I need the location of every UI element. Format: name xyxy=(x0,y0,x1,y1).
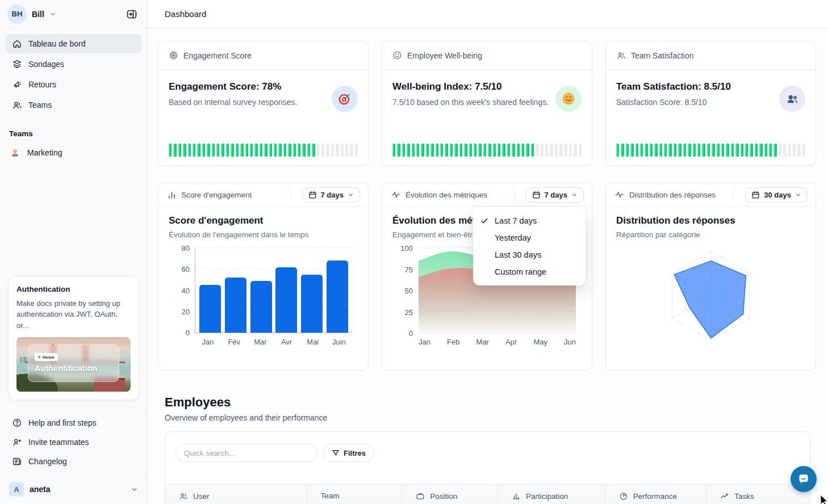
x-axis-tick: Jan xyxy=(195,338,221,346)
sidebar-item-changelog[interactable]: Changelog xyxy=(6,452,141,471)
progress-segment xyxy=(440,144,443,157)
workspace-switcher[interactable]: A aneta xyxy=(0,475,147,504)
megaphone-icon xyxy=(11,79,22,90)
y-axis-tick: 40 xyxy=(182,286,190,295)
progress-segment xyxy=(331,144,334,157)
y-axis-tick: 20 xyxy=(182,307,190,316)
sidebar-item-invite[interactable]: Invite teammates xyxy=(6,432,141,452)
mouse-cursor xyxy=(820,494,828,504)
progress-segment xyxy=(288,144,291,157)
progress-segment xyxy=(555,144,558,157)
progress-bar xyxy=(392,144,582,157)
progress-segment xyxy=(683,144,686,157)
progress-segment xyxy=(783,144,786,157)
sidebar-item-dashboard[interactable]: Tableau de bord xyxy=(6,34,141,53)
teams-section-label: Teams xyxy=(0,120,147,142)
progress-bar xyxy=(169,144,358,157)
progress-segment xyxy=(254,144,257,157)
stat-card-header-label: Employee Well-being xyxy=(407,51,482,60)
chat-launcher-button[interactable] xyxy=(791,466,817,492)
progress-segment xyxy=(412,144,415,157)
x-axis-tick: Jun xyxy=(564,338,576,346)
range-dropdown-menu: Last 7 days Yesterday Last 30 days Custo… xyxy=(473,207,586,285)
workspace-name: aneta xyxy=(30,485,51,494)
stat-card-engagement: Engagement Score Engagement Score: 78% B… xyxy=(158,41,369,166)
progress-segment xyxy=(697,144,700,157)
target-dart-emoji xyxy=(332,86,358,112)
table-header-row: User Team Position xyxy=(165,484,810,504)
employees-card: Filtres User Team xyxy=(165,431,810,504)
collapse-sidebar-button[interactable] xyxy=(124,6,140,22)
sidebar-item-marketing[interactable]: Marketing xyxy=(0,142,147,163)
progress-segment xyxy=(302,144,305,157)
range-selector-button[interactable]: 30 days xyxy=(745,187,808,203)
divider xyxy=(290,188,291,201)
employees-subtitle: Overview of employees and their performa… xyxy=(165,413,327,422)
column-header-user[interactable]: User xyxy=(165,485,307,504)
sidebar-item-label: Tableau de bord xyxy=(28,39,85,48)
menu-item-yesterday[interactable]: Yesterday xyxy=(473,229,586,246)
x-axis-tick: Feb xyxy=(447,338,459,346)
x-axis-tick: Fév xyxy=(221,338,247,346)
user-name[interactable]: Bill xyxy=(32,10,44,19)
bar-chart-icon xyxy=(168,191,176,199)
promo-card-authentication[interactable]: Authentication Make docs private by sett… xyxy=(8,276,139,401)
progress-segment xyxy=(240,144,243,157)
progress-segment xyxy=(421,144,424,157)
sidebar-item-feedback[interactable]: Retours xyxy=(6,75,141,94)
progress-segment xyxy=(188,144,191,157)
progress-segment xyxy=(741,144,743,157)
stat-card-header-label: Team Satisfaction xyxy=(631,51,694,60)
sidebar-item-surveys[interactable]: Sondages xyxy=(6,54,141,74)
progress-segment xyxy=(650,144,653,157)
menu-item-last-7-days[interactable]: Last 7 days xyxy=(473,212,586,229)
column-header-position[interactable]: Position xyxy=(402,485,498,504)
chart-title: Score d'engagement xyxy=(169,215,358,226)
progress-segment xyxy=(688,144,691,157)
menu-item-last-30-days[interactable]: Last 30 days xyxy=(473,246,586,263)
filters-button[interactable]: Filtres xyxy=(323,444,374,462)
stat-subtitle: Based on internal survey responses. xyxy=(169,98,358,107)
chart-card-header-label: Distribution des réponses xyxy=(629,191,716,199)
range-selector-button[interactable]: 7 days xyxy=(526,187,584,203)
progress-segment xyxy=(445,144,448,157)
radar-chart xyxy=(616,241,805,350)
sidebar: BH Bill Tableau de bord Sondages xyxy=(0,0,148,504)
search-input[interactable] xyxy=(175,444,317,462)
progress-segment xyxy=(483,144,486,157)
column-header-participation[interactable]: Participation xyxy=(498,485,605,504)
panel-collapse-icon xyxy=(126,9,137,20)
busts-in-silhouette-emoji xyxy=(779,86,805,112)
user-avatar[interactable]: BH xyxy=(7,5,27,24)
main-area: Dashboard Engagement Score Engagement Sc… xyxy=(148,0,828,504)
progress-segment xyxy=(654,144,657,157)
progress-segment xyxy=(407,144,409,157)
x-axis-tick: Apr xyxy=(505,338,517,346)
chart-subtitle: Évolution de l'engagement dans le temps xyxy=(169,230,358,239)
progress-segment xyxy=(721,144,724,157)
chevron-down-icon xyxy=(49,11,56,18)
progress-segment xyxy=(640,144,643,157)
progress-segment xyxy=(668,144,671,157)
progress-segment xyxy=(559,144,562,157)
progress-segment xyxy=(336,144,338,157)
stat-subtitle: 7.5/10 based on this week's shared feeli… xyxy=(392,98,582,107)
progress-segment xyxy=(569,144,572,157)
sidebar-header: BH Bill xyxy=(0,0,147,28)
column-header-performance[interactable]: Performance xyxy=(605,485,707,504)
stat-card-body: Engagement Score: 78% Based on internal … xyxy=(158,70,368,166)
sidebar-item-teams[interactable]: Teams xyxy=(6,95,141,115)
y-axis-tick: 75 xyxy=(405,265,413,274)
chart-plot: 020406080 xyxy=(195,248,352,333)
range-selector-button[interactable]: 7 days xyxy=(302,187,360,203)
chevron-down-icon xyxy=(348,192,354,198)
progress-segment xyxy=(678,144,681,157)
sidebar-item-help[interactable]: Help and first steps xyxy=(6,413,141,432)
column-header-team[interactable]: Team xyxy=(307,485,403,504)
progress-segment xyxy=(430,144,433,157)
menu-item-custom-range[interactable]: Custom range xyxy=(473,263,586,280)
stat-card-header: Employee Well-being xyxy=(382,41,592,70)
smiling-face-emoji xyxy=(555,86,582,112)
target-icon xyxy=(169,51,178,60)
chart-card-header-label: Score d'engagement xyxy=(181,191,252,199)
